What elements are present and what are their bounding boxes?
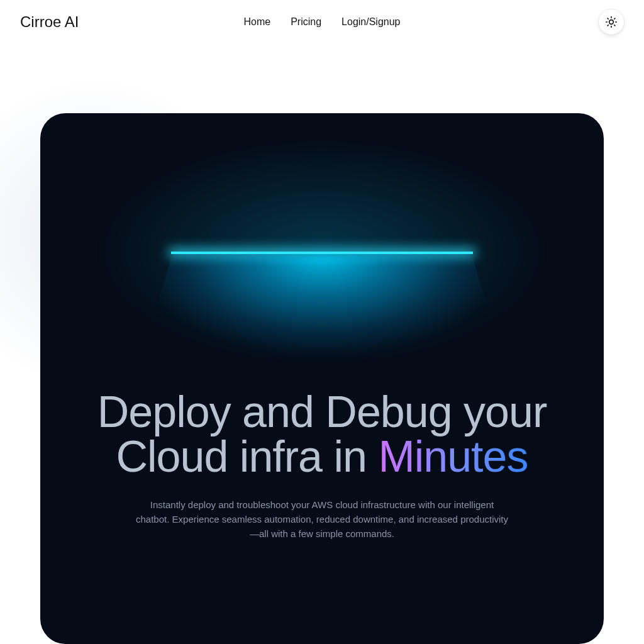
svg-line-3	[608, 18, 608, 19]
site-header: Cirroe AI Home Pricing Login/Signup	[0, 0, 644, 44]
headline-accent: Minutes	[378, 432, 528, 481]
theme-toggle-button[interactable]	[599, 9, 624, 35]
nav-home[interactable]: Home	[243, 16, 270, 28]
hero-text: Deploy and Debug your Cloud infra in Min…	[40, 390, 604, 541]
nav-pricing[interactable]: Pricing	[291, 16, 321, 28]
svg-line-4	[614, 25, 615, 26]
main-nav: Home Pricing Login/Signup	[243, 16, 400, 28]
sun-icon	[605, 16, 618, 28]
brand-title: Cirroe AI	[20, 13, 79, 31]
nav-login-signup[interactable]: Login/Signup	[341, 16, 400, 28]
svg-line-8	[614, 18, 615, 19]
svg-line-7	[608, 25, 608, 26]
hero-subtext: Instantly deploy and troubleshoot your A…	[133, 497, 511, 541]
svg-point-0	[609, 20, 614, 25]
glow-bar	[171, 252, 473, 254]
hero-card: Deploy and Debug your Cloud infra in Min…	[40, 113, 604, 644]
hero-headline: Deploy and Debug your Cloud infra in Min…	[65, 390, 579, 480]
